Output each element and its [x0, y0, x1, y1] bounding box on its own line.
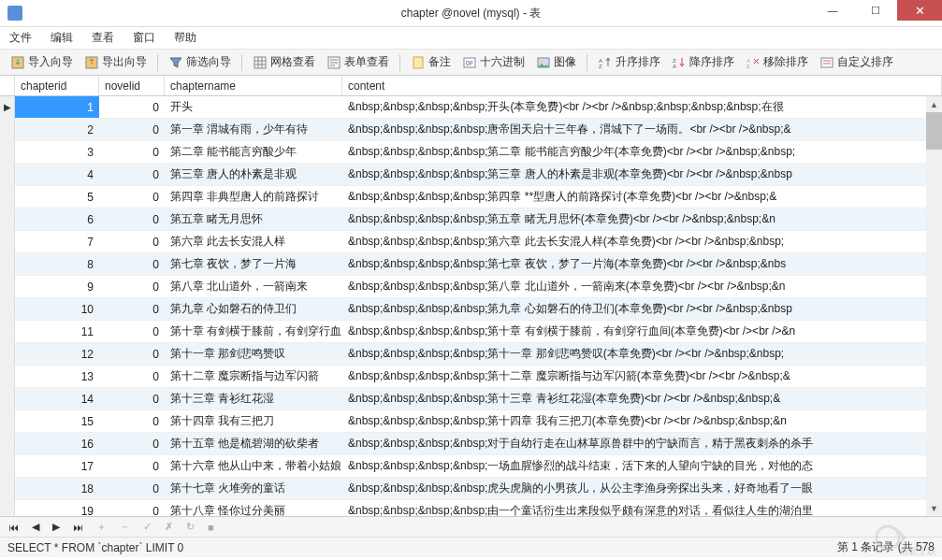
table-row[interactable]: 100第九章 心如磐石的侍卫们&nbsp;&nbsp;&nbsp;&nbsp;第…	[0, 298, 942, 321]
image-button[interactable]: 图像	[531, 52, 581, 72]
row-selector[interactable]	[0, 433, 15, 454]
grid-body[interactable]: ▶10开头&nbsp;&nbsp;&nbsp;&nbsp;开头(本章免费)<br…	[0, 96, 942, 516]
cell-novelid[interactable]: 0	[99, 433, 165, 454]
cell-chaptername[interactable]: 第十八章 怪你过分美丽	[165, 500, 342, 516]
memo-button[interactable]: 备注	[406, 52, 456, 72]
cell-chaptername[interactable]: 第二章 能书能言穷酸少年	[165, 141, 342, 163]
menu-view[interactable]: 查看	[92, 30, 114, 46]
cell-chaptername[interactable]: 第一章 渭城有雨，少年有待	[165, 119, 342, 140]
table-row[interactable]: 90第八章 北山道外，一箭南来&nbsp;&nbsp;&nbsp;&nbsp;第…	[0, 276, 942, 298]
cell-chapterid[interactable]: 3	[15, 141, 99, 163]
maximize-button[interactable]: ☐	[854, 0, 897, 21]
cell-chapterid[interactable]: 10	[15, 298, 99, 320]
cell-chapterid[interactable]: 18	[15, 478, 99, 499]
row-selector[interactable]	[0, 455, 15, 477]
nav-refresh-button[interactable]: ↻	[183, 521, 197, 533]
row-selector[interactable]	[0, 208, 15, 230]
table-row[interactable]: 180第十七章 火堆旁的童话&nbsp;&nbsp;&nbsp;&nbsp;虎头…	[0, 478, 942, 500]
row-selector[interactable]	[0, 366, 15, 387]
table-row[interactable]: 50第四章 非典型唐人的前路探讨&nbsp;&nbsp;&nbsp;&nbsp;…	[0, 186, 942, 208]
filter-wizard-button[interactable]: 筛选向导	[164, 52, 236, 72]
cell-novelid[interactable]: 0	[99, 298, 165, 320]
cell-chaptername[interactable]: 开头	[165, 96, 342, 118]
cell-chaptername[interactable]: 第十五章 他是梳碧湖的砍柴者	[165, 433, 342, 454]
table-row[interactable]: 80第七章 夜饮，梦了一片海&nbsp;&nbsp;&nbsp;&nbsp;第七…	[0, 253, 942, 276]
nav-next-button[interactable]: ▶	[50, 521, 63, 533]
cell-chaptername[interactable]: 第八章 北山道外，一箭南来	[165, 276, 342, 297]
row-selector[interactable]	[0, 141, 15, 163]
cell-content[interactable]: &nbsp;&nbsp;&nbsp;&nbsp;第十三章 青衫红花湿(本章免费)…	[342, 388, 942, 409]
cell-chapterid[interactable]: 17	[15, 455, 99, 477]
nav-cancel-button[interactable]: ✗	[162, 521, 176, 533]
column-header-novelid[interactable]: novelid	[99, 76, 165, 95]
export-wizard-button[interactable]: 导出向导	[80, 52, 152, 72]
row-selector[interactable]	[0, 410, 15, 432]
cell-novelid[interactable]: 0	[99, 276, 165, 297]
cell-novelid[interactable]: 0	[99, 231, 165, 252]
cell-novelid[interactable]: 0	[99, 343, 165, 365]
nav-prev-button[interactable]: ◀	[29, 521, 42, 533]
cell-chapterid[interactable]: 6	[15, 208, 99, 230]
cell-content[interactable]: &nbsp;&nbsp;&nbsp;&nbsp;第十二章 魔宗断指与边军闪箭(本…	[342, 366, 942, 387]
nav-last-button[interactable]: ⏭	[70, 522, 86, 533]
cell-novelid[interactable]: 0	[99, 208, 165, 230]
scroll-thumb[interactable]	[926, 112, 942, 150]
import-wizard-button[interactable]: 导入向导	[6, 52, 78, 72]
hex-button[interactable]: 0F十六进制	[457, 52, 529, 72]
custom-sort-button[interactable]: 自定义排序	[815, 52, 898, 72]
cell-novelid[interactable]: 0	[99, 186, 165, 208]
cell-chapterid[interactable]: 1	[15, 96, 99, 118]
row-selector[interactable]	[0, 500, 15, 516]
cell-chapterid[interactable]: 7	[15, 231, 99, 252]
cell-content[interactable]: &nbsp;&nbsp;&nbsp;&nbsp;第四章 **型唐人的前路探讨(本…	[342, 186, 942, 208]
form-view-button[interactable]: 表单查看	[322, 52, 394, 72]
cell-chapterid[interactable]: 16	[15, 433, 99, 454]
cell-content[interactable]: &nbsp;&nbsp;&nbsp;&nbsp;由一个童话衍生出来段似乎颇有深意…	[342, 500, 942, 516]
sort-desc-button[interactable]: ZA降序排序	[667, 52, 739, 72]
table-row[interactable]: 110第十章 有剑横于膝前，有剑穿行血&nbsp;&nbsp;&nbsp;&nb…	[0, 321, 942, 343]
cell-novelid[interactable]: 0	[99, 455, 165, 477]
table-row[interactable]: 30第二章 能书能言穷酸少年&nbsp;&nbsp;&nbsp;&nbsp;第二…	[0, 141, 942, 164]
nav-add-button[interactable]: ＋	[94, 520, 109, 534]
column-header-chaptername[interactable]: chaptername	[165, 76, 342, 95]
column-header-content[interactable]: content	[342, 76, 942, 95]
row-selector[interactable]	[0, 164, 15, 185]
cell-content[interactable]: &nbsp;&nbsp;&nbsp;&nbsp;一场血腥惨烈的战斗结束，活下来的…	[342, 455, 942, 477]
cell-chaptername[interactable]: 第七章 夜饮，梦了一片海	[165, 253, 342, 275]
cell-chapterid[interactable]: 8	[15, 253, 99, 275]
cell-content[interactable]: &nbsp;&nbsp;&nbsp;&nbsp;第十章 有剑横于膝前，有剑穿行血…	[342, 321, 942, 342]
cell-content[interactable]: &nbsp;&nbsp;&nbsp;&nbsp;第九章 心如磐石的侍卫们(本章免…	[342, 298, 942, 320]
cell-content[interactable]: &nbsp;&nbsp;&nbsp;&nbsp;开头(本章免费)<br /><b…	[342, 96, 942, 118]
cell-chapterid[interactable]: 19	[15, 500, 99, 516]
cell-content[interactable]: &nbsp;&nbsp;&nbsp;&nbsp;第八章 北山道外，一箭南来(本章…	[342, 276, 942, 297]
table-row[interactable]: 70第六章 此去长安混人样&nbsp;&nbsp;&nbsp;&nbsp;第六章…	[0, 231, 942, 253]
cell-novelid[interactable]: 0	[99, 253, 165, 275]
column-header-chapterid[interactable]: chapterid	[15, 76, 99, 95]
cell-content[interactable]: &nbsp;&nbsp;&nbsp;&nbsp;第二章 能书能言穷酸少年(本章免…	[342, 141, 942, 163]
cell-chaptername[interactable]: 第四章 非典型唐人的前路探讨	[165, 186, 342, 208]
cell-chaptername[interactable]: 第十四章 我有三把刀	[165, 410, 342, 432]
cell-chapterid[interactable]: 14	[15, 388, 99, 409]
menu-file[interactable]: 文件	[9, 30, 32, 46]
nav-delete-button[interactable]: －	[117, 520, 133, 534]
cell-chaptername[interactable]: 第十二章 魔宗断指与边军闪箭	[165, 366, 342, 387]
cell-chaptername[interactable]: 第三章 唐人的朴素是非观	[165, 164, 342, 185]
cell-chapterid[interactable]: 9	[15, 276, 99, 297]
cell-novelid[interactable]: 0	[99, 119, 165, 140]
nav-stop-button[interactable]: ■	[205, 522, 217, 533]
scroll-up-icon[interactable]: ▲	[926, 96, 942, 112]
cell-chapterid[interactable]: 4	[15, 164, 99, 185]
cell-content[interactable]: &nbsp;&nbsp;&nbsp;&nbsp;第五章 睹无月思怀(本章免费)<…	[342, 208, 942, 230]
menu-window[interactable]: 窗口	[133, 30, 155, 46]
table-row[interactable]: ▶10开头&nbsp;&nbsp;&nbsp;&nbsp;开头(本章免费)<br…	[0, 96, 942, 119]
cell-chaptername[interactable]: 第五章 睹无月思怀	[165, 208, 342, 230]
cell-chapterid[interactable]: 11	[15, 321, 99, 342]
row-selector[interactable]	[0, 231, 15, 252]
cell-content[interactable]: &nbsp;&nbsp;&nbsp;&nbsp;第七章 夜饮，梦了一片海(本章免…	[342, 253, 942, 275]
cell-novelid[interactable]: 0	[99, 366, 165, 387]
row-selector[interactable]	[0, 478, 15, 499]
table-row[interactable]: 40第三章 唐人的朴素是非观&nbsp;&nbsp;&nbsp;&nbsp;第三…	[0, 164, 942, 186]
row-selector[interactable]	[0, 388, 15, 409]
row-selector[interactable]	[0, 321, 15, 342]
cell-content[interactable]: &nbsp;&nbsp;&nbsp;&nbsp;第六章 此去长安混人样(本章免费…	[342, 231, 942, 252]
